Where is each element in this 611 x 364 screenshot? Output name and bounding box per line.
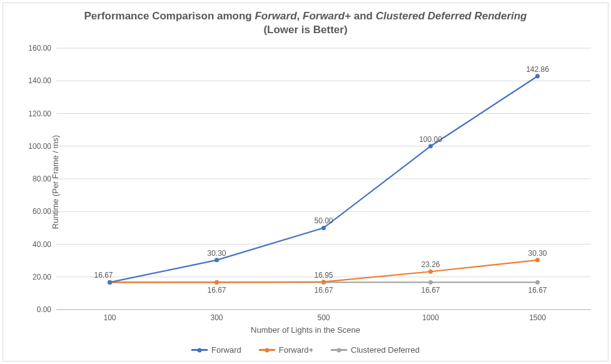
y-tick-label: 120.00 bbox=[21, 109, 51, 118]
legend-swatch-forward bbox=[191, 349, 208, 351]
svg-point-18 bbox=[535, 258, 540, 262]
legend-item-clustered-deferred: Clustered Deferred bbox=[331, 345, 420, 355]
legend-swatch-clustered-deferred bbox=[331, 349, 347, 351]
legend-label-forward-plus: Forward+ bbox=[279, 345, 313, 355]
x-tick-label: 1000 bbox=[412, 313, 450, 322]
series-forward bbox=[108, 74, 540, 285]
legend-item-forward-plus: Forward+ bbox=[259, 345, 313, 355]
legend-label-clustered-deferred: Clustered Deferred bbox=[351, 345, 420, 355]
legend-item-forward: Forward bbox=[191, 345, 241, 355]
data-label: 16.67 bbox=[421, 286, 440, 295]
title-series-2: Forward+ bbox=[303, 10, 351, 22]
plot-area: 0.0020.0040.0060.0080.00100.00120.00140.… bbox=[56, 48, 591, 310]
x-tick-label: 1500 bbox=[519, 313, 557, 322]
data-label: 16.67 bbox=[94, 271, 113, 280]
y-tick-label: 160.00 bbox=[21, 44, 51, 53]
svg-point-22 bbox=[428, 144, 433, 148]
svg-point-16 bbox=[321, 280, 326, 284]
x-tick-label: 100 bbox=[91, 313, 129, 322]
svg-point-13 bbox=[535, 280, 540, 285]
data-label: 23.26 bbox=[421, 260, 440, 269]
y-tick-label: 0.00 bbox=[21, 305, 51, 314]
legend-label-forward: Forward bbox=[211, 345, 241, 355]
data-label: 16.95 bbox=[314, 271, 333, 280]
x-axis-label: Number of Lights in the Scene bbox=[3, 325, 608, 335]
title-sep-2: and bbox=[351, 10, 376, 22]
svg-point-15 bbox=[215, 280, 219, 285]
data-label: 16.67 bbox=[207, 286, 226, 295]
svg-point-23 bbox=[535, 74, 540, 78]
svg-point-17 bbox=[428, 270, 433, 274]
data-label: 16.67 bbox=[314, 286, 333, 295]
y-tick-label: 20.00 bbox=[21, 273, 51, 281]
data-label: 100.00 bbox=[419, 135, 442, 144]
data-label: 50.00 bbox=[314, 216, 333, 225]
y-tick-label: 140.00 bbox=[21, 76, 51, 85]
chart-title: Performance Comparison among Forward, Fo… bbox=[3, 9, 608, 37]
x-tick-label: 300 bbox=[198, 313, 236, 322]
x-tick-label: 500 bbox=[305, 313, 343, 322]
y-tick-label: 100.00 bbox=[21, 142, 51, 151]
data-label: 30.30 bbox=[207, 249, 226, 258]
data-label: 16.67 bbox=[528, 286, 547, 295]
title-subtitle: (Lower is Better) bbox=[263, 24, 347, 36]
data-label: 142.86 bbox=[526, 65, 549, 74]
legend-swatch-forward-plus bbox=[259, 349, 275, 351]
svg-point-20 bbox=[215, 258, 219, 262]
svg-point-19 bbox=[108, 280, 112, 285]
svg-point-21 bbox=[321, 226, 326, 230]
y-tick-label: 40.00 bbox=[21, 240, 51, 249]
title-sep-1: , bbox=[297, 10, 303, 22]
svg-point-12 bbox=[428, 280, 433, 285]
legend: Forward Forward+ Clustered Deferred bbox=[3, 345, 608, 355]
y-tick-label: 80.00 bbox=[21, 174, 51, 183]
title-series-1: Forward bbox=[255, 10, 296, 22]
chart-frame: Performance Comparison among Forward, Fo… bbox=[3, 3, 608, 361]
title-prefix: Performance Comparison among bbox=[84, 10, 255, 22]
title-series-3: Clustered Deferred Rendering bbox=[376, 10, 527, 22]
data-label: 30.30 bbox=[528, 249, 547, 258]
y-tick-label: 60.00 bbox=[21, 207, 51, 216]
